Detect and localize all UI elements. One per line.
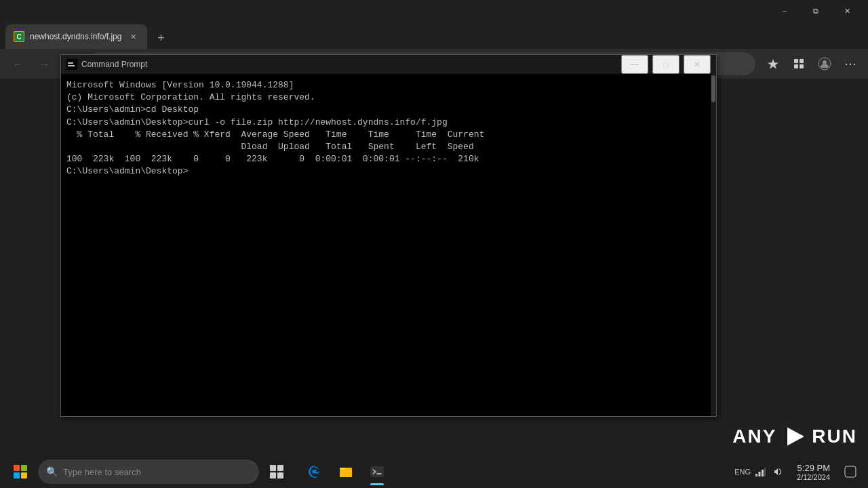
svg-point-17 <box>313 471 315 473</box>
language-icon[interactable]: ENG <box>734 461 751 483</box>
taskbar-task-view[interactable] <box>262 457 292 487</box>
cmd-line: 100 223k 100 223k 0 0 223k 0 0:00:01 0:0… <box>66 153 705 165</box>
system-tray: ENG <box>732 461 789 483</box>
title-bar: − ⧉ ✕ <box>0 0 868 22</box>
taskbar-search[interactable]: 🔍 Type here to search <box>38 460 259 484</box>
cmd-line: Dload Upload Total Spent Left Speed <box>66 141 705 153</box>
tab-favicon: C <box>14 31 24 42</box>
search-icon: 🔍 <box>46 466 58 477</box>
cmd-line: % Total % Received % Xferd Average Speed… <box>66 129 705 141</box>
toolbar-right: ⋯ <box>761 52 863 76</box>
cmd-title-bar: Command Prompt — □ ✕ <box>61 55 716 74</box>
svg-text:C: C <box>16 33 21 41</box>
restore-button[interactable]: ⧉ <box>800 0 831 22</box>
notification-button[interactable] <box>838 460 863 484</box>
favorites-button[interactable] <box>761 52 785 76</box>
cmd-title-text: Command Prompt <box>81 60 617 69</box>
logo-cell-1 <box>14 465 20 471</box>
svg-rect-9 <box>68 62 73 64</box>
logo-cell-3 <box>14 472 20 479</box>
cmd-line: Microsoft Windows [Version 10.0.19044.12… <box>66 79 705 92</box>
tab-title: newhost.dyndns.info/f.jpg <box>30 32 121 41</box>
taskbar-apps <box>300 457 392 487</box>
anyrun-text-any: ANY <box>732 426 776 447</box>
svg-rect-5 <box>800 64 804 68</box>
minimize-button[interactable]: − <box>769 0 800 22</box>
svg-rect-13 <box>270 465 276 471</box>
clock[interactable]: 5:29 PM 2/12/2024 <box>791 463 835 481</box>
taskbar-file-explorer[interactable] <box>331 457 361 487</box>
settings-more-button[interactable]: ⋯ <box>838 52 863 76</box>
taskbar-terminal[interactable] <box>362 457 392 487</box>
cmd-minimize-button[interactable]: — <box>621 55 648 74</box>
cmd-scroll-thumb[interactable] <box>711 75 715 102</box>
svg-rect-2 <box>794 59 798 63</box>
cmd-line: C:\Users\admin>cd Desktop <box>66 104 705 116</box>
svg-rect-24 <box>762 470 764 476</box>
tab-close-button[interactable]: ✕ <box>127 30 139 43</box>
svg-rect-16 <box>277 472 283 479</box>
collections-button[interactable] <box>787 52 811 76</box>
new-tab-button[interactable]: + <box>150 27 172 49</box>
anyrun-play-icon <box>782 424 806 449</box>
anyrun-logo: ANY RUN <box>732 424 857 449</box>
svg-rect-10 <box>68 65 75 66</box>
anyrun-text-run: RUN <box>812 426 857 447</box>
svg-rect-15 <box>270 472 276 479</box>
svg-rect-14 <box>277 465 283 471</box>
cmd-line: C:\Users\admin\Desktop>curl -o file.zip … <box>66 117 705 129</box>
browser-tab[interactable]: C newhost.dyndns.info/f.jpg ✕ <box>5 24 147 49</box>
svg-rect-25 <box>764 468 766 476</box>
svg-rect-23 <box>759 472 761 476</box>
volume-icon[interactable] <box>770 461 786 483</box>
windows-logo <box>14 465 27 479</box>
svg-rect-19 <box>340 468 345 470</box>
svg-rect-4 <box>794 64 798 68</box>
svg-rect-3 <box>800 59 804 63</box>
clock-time: 5:29 PM <box>797 463 830 473</box>
taskbar: 🔍 Type here to search <box>0 455 868 488</box>
cmd-close-button[interactable]: ✕ <box>684 55 711 74</box>
cmd-icon <box>66 59 77 70</box>
taskbar-edge[interactable] <box>300 457 330 487</box>
cmd-line: C:\Users\admin\Desktop> <box>66 165 705 178</box>
close-button[interactable]: ✕ <box>831 0 863 22</box>
logo-cell-2 <box>21 465 27 471</box>
cmd-output[interactable]: Microsoft Windows [Version 10.0.19044.12… <box>61 74 711 416</box>
tab-bar: C newhost.dyndns.info/f.jpg ✕ + <box>0 22 868 49</box>
start-button[interactable] <box>5 457 35 487</box>
svg-rect-26 <box>845 466 856 477</box>
cmd-restore-button[interactable]: □ <box>652 55 679 74</box>
forward-button[interactable]: → <box>33 52 57 76</box>
taskbar-right: ENG 5:29 PM 2/12/2024 <box>732 460 863 484</box>
cmd-scrollbar[interactable] <box>711 74 716 416</box>
svg-marker-11 <box>786 427 804 446</box>
profile-button[interactable] <box>812 52 837 76</box>
logo-cell-4 <box>21 472 27 479</box>
cmd-body[interactable]: Microsoft Windows [Version 10.0.19044.12… <box>61 74 716 416</box>
svg-rect-8 <box>66 59 77 70</box>
clock-date: 2/12/2024 <box>797 473 830 481</box>
search-placeholder-text: Type here to search <box>63 467 141 477</box>
command-prompt-window: Command Prompt — □ ✕ Microsoft Windows [… <box>60 54 717 417</box>
network-icon[interactable] <box>752 461 768 483</box>
cmd-line: (c) Microsoft Corporation. All rights re… <box>66 92 705 104</box>
svg-rect-20 <box>370 466 384 477</box>
svg-rect-22 <box>755 474 757 476</box>
back-button[interactable]: ← <box>5 52 30 76</box>
